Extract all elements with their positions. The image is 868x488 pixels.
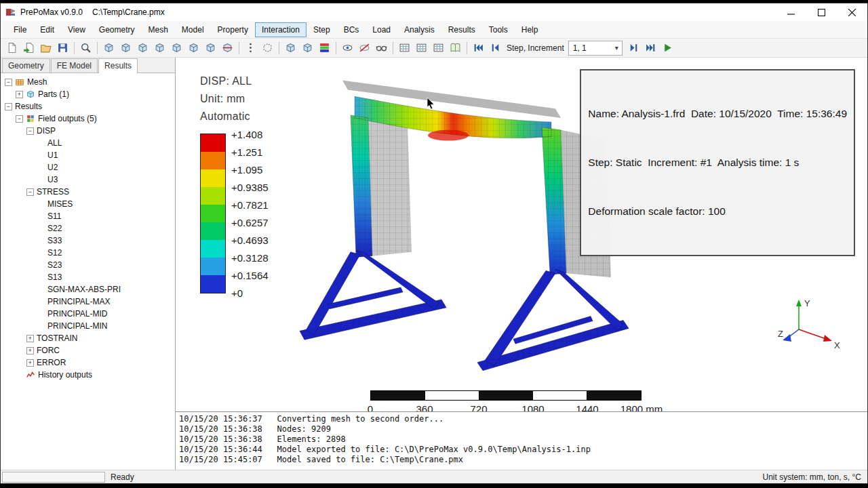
previous-increment-button[interactable] [488, 40, 504, 56]
tree-item-mesh[interactable]: −Mesh [1, 76, 175, 88]
left-view-button[interactable] [169, 40, 185, 56]
tree-item-principal-min[interactable]: PRINCIPAL-MIN [1, 320, 175, 332]
expand-icon[interactable]: + [26, 359, 34, 367]
tree-item-u2[interactable]: U2 [1, 161, 175, 174]
new-file-button[interactable] [4, 40, 20, 56]
minimize-button[interactable] [776, 3, 806, 21]
documentation-button[interactable] [448, 40, 464, 56]
show-deformed-button[interactable] [300, 40, 316, 56]
hide-all-button[interactable] [357, 40, 373, 56]
tree-item-label: S23 [47, 260, 62, 270]
back-view-button[interactable] [118, 40, 134, 56]
legend-mode: Automatic [200, 108, 252, 125]
tree-item-s33[interactable]: S33 [1, 235, 175, 247]
color-contours-button[interactable] [317, 40, 333, 56]
query-button[interactable] [374, 40, 390, 56]
collapse-icon[interactable]: − [16, 115, 23, 123]
import-button[interactable] [21, 40, 37, 56]
tree-item-stress[interactable]: −STRESS [1, 186, 175, 198]
exploded-view-button[interactable] [243, 40, 259, 56]
tree-item-mises[interactable]: MISES [1, 198, 175, 210]
field-icon [26, 114, 35, 123]
menu-analysis[interactable]: Analysis [397, 22, 441, 37]
collapse-icon[interactable]: − [5, 79, 12, 86]
tree-item-all[interactable]: ALL [1, 137, 175, 149]
viewport[interactable]: DISP: ALL Unit: mm Automatic +1.408+1.25… [176, 58, 867, 411]
tree-item-s13[interactable]: S13 [1, 271, 175, 283]
menu-bcs[interactable]: BCs [337, 22, 366, 37]
x-axis [799, 329, 826, 339]
menu-tools[interactable]: Tools [482, 22, 515, 37]
tree-item-forc[interactable]: +FORC [1, 344, 175, 357]
media-first-icon [473, 42, 484, 54]
tree-item-error[interactable]: +ERROR [1, 357, 175, 369]
expand-icon[interactable]: + [26, 347, 34, 354]
tree-item-sgn-max-abs-pri[interactable]: SGN-MAX-ABS-PRI [1, 283, 175, 296]
tree-item-s11[interactable]: S11 [1, 210, 175, 222]
zoom-fit-button[interactable] [78, 40, 94, 56]
chevron-down-icon[interactable]: ▾ [612, 44, 622, 52]
menu-results[interactable]: Results [441, 22, 482, 37]
scale-bar-label: 360 [416, 403, 433, 411]
progress-indicator [2, 472, 105, 483]
tree-item-parts-1[interactable]: +Parts (1) [1, 88, 175, 100]
tab-results[interactable]: Results [98, 58, 138, 73]
next-increment-button[interactable] [625, 40, 642, 56]
first-increment-button[interactable] [471, 40, 487, 56]
menu-step[interactable]: Step [307, 22, 337, 37]
tree-item-u3[interactable]: U3 [1, 174, 175, 186]
tree-item-s12[interactable]: S12 [1, 247, 175, 259]
right-view-button[interactable] [186, 40, 202, 56]
show-all-button[interactable] [340, 40, 356, 56]
legend-value: +0.1564 [231, 270, 269, 281]
expand-icon[interactable]: + [26, 335, 34, 342]
tree-item-results[interactable]: −Results [1, 100, 175, 113]
top-view-button[interactable] [135, 40, 151, 56]
open-button[interactable] [38, 40, 54, 56]
field-table-button[interactable] [397, 40, 413, 56]
close-button[interactable] [837, 3, 867, 21]
tree-item-disp[interactable]: −DISP [1, 125, 175, 137]
collapse-icon[interactable]: − [5, 103, 12, 110]
menu-edit[interactable]: Edit [33, 22, 61, 37]
menu-view[interactable]: View [61, 22, 92, 37]
tree-item-s22[interactable]: S22 [1, 222, 175, 235]
tree-item-tostrain[interactable]: +TOSTRAIN [1, 332, 175, 344]
panel-tabs: GeometryFE ModelResults [1, 58, 175, 73]
menu-help[interactable]: Help [515, 22, 545, 37]
menu-mesh[interactable]: Mesh [142, 22, 175, 37]
save-button[interactable] [55, 40, 71, 56]
menu-model[interactable]: Model [175, 22, 211, 37]
settings-table-button[interactable] [431, 40, 447, 56]
tree-item-u1[interactable]: U1 [1, 149, 175, 161]
show-undeformed-button[interactable] [283, 40, 299, 56]
last-increment-button[interactable] [642, 40, 658, 56]
collapse-icon[interactable]: − [26, 188, 34, 196]
menu-geometry[interactable]: Geometry [92, 22, 142, 37]
isometric-view-button[interactable] [203, 40, 219, 56]
tree-item-principal-max[interactable]: PRINCIPAL-MAX [1, 296, 175, 308]
cube-icon [103, 42, 115, 54]
tree-item-field-outputs-5[interactable]: −Field outputs (5) [1, 113, 175, 125]
menu-file[interactable]: File [7, 22, 33, 37]
wireframe-button[interactable] [260, 40, 276, 56]
menu-load[interactable]: Load [366, 22, 397, 37]
menu-property[interactable]: Property [211, 22, 255, 37]
maximize-button[interactable] [806, 3, 837, 21]
step-increment-combo[interactable]: 1, 1▾ [568, 41, 623, 56]
tree-item-principal-mid[interactable]: PRINCIPAL-MID [1, 308, 175, 320]
scale-bar-label: 1800 mm [620, 403, 663, 411]
tree-item-s23[interactable]: S23 [1, 259, 175, 271]
section-view-button[interactable] [220, 40, 236, 56]
menu-interaction[interactable]: Interaction [255, 22, 307, 37]
front-view-button[interactable] [101, 40, 117, 56]
collapse-icon[interactable]: − [26, 127, 34, 135]
animate-button[interactable] [659, 40, 675, 56]
history-table-button[interactable] [414, 40, 430, 56]
tree-item-history-outputs[interactable]: History outputs [1, 369, 175, 381]
bottom-view-button[interactable] [152, 40, 168, 56]
tab-fe-model[interactable]: FE Model [51, 58, 98, 73]
expand-icon[interactable]: + [16, 91, 23, 98]
tab-geometry[interactable]: Geometry [2, 58, 50, 73]
zoom-icon [80, 42, 92, 54]
